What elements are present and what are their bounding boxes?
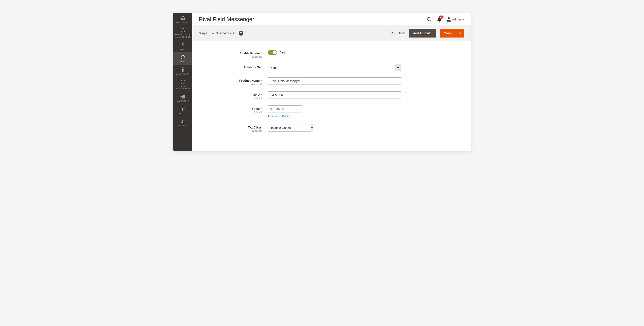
- field-tax-class: Tax Class [website]: [199, 124, 464, 132]
- sidebar-item-customers[interactable]: CUSTOMERS: [174, 65, 192, 77]
- sidebar-item-label: SALES: [180, 48, 186, 51]
- chevron-down-icon: [311, 124, 313, 131]
- add-attribute-button[interactable]: Add Attribute: [409, 29, 436, 38]
- product-name-input-wrap: [268, 77, 401, 85]
- chevron-down-icon: [462, 19, 464, 20]
- sidebar-item-demo[interactable]: DEMO MANAGEMENT: [174, 77, 192, 92]
- admin-user-menu[interactable]: Admin: [447, 17, 464, 22]
- notifications-icon[interactable]: 24: [437, 17, 441, 22]
- toggle-thumb: [273, 51, 277, 54]
- help-icon[interactable]: ?: [239, 31, 244, 36]
- arrow-left-icon: [391, 32, 396, 35]
- field-product-name: Product Name* [store view]: [199, 77, 464, 85]
- svg-text:$: $: [182, 43, 184, 47]
- save-button[interactable]: Save: [440, 29, 456, 38]
- enable-product-label: Enable Product: [240, 52, 262, 55]
- sidebar-item-label: CATALOG: [178, 61, 188, 63]
- field-attribute-set: Attribute Set: [199, 64, 464, 71]
- sku-label: SKU*: [253, 93, 262, 96]
- required-mark: *: [260, 93, 262, 96]
- sidebar-item-content[interactable]: CONTENT: [174, 104, 192, 116]
- toolbar-right: Back Add Attribute Save: [391, 29, 464, 38]
- megaphone-icon: [180, 94, 185, 99]
- sidebar-item-sales[interactable]: $ SALES: [174, 40, 192, 52]
- product-name-label: Product Name*: [239, 79, 262, 82]
- price-sublabel: [global]: [199, 111, 262, 113]
- svg-point-1: [427, 18, 430, 21]
- attribute-set-input[interactable]: [268, 64, 394, 71]
- bar-chart-icon: [181, 118, 185, 124]
- attribute-set-label: Attribute Set: [244, 66, 262, 69]
- notification-badge: 24: [439, 16, 444, 19]
- user-icon: [447, 17, 451, 22]
- box-icon: [180, 54, 185, 60]
- person-icon: [181, 67, 184, 73]
- sidebar-item-dashboard[interactable]: DASHBOARD: [174, 13, 192, 25]
- dollar-icon: $: [181, 42, 184, 48]
- required-mark: *: [260, 79, 262, 82]
- sidebar-item-label: DASHBOARD: [176, 21, 190, 24]
- chevron-down-icon: [232, 33, 235, 34]
- page-header: Rival Field Messenger 24 Admin: [192, 13, 470, 25]
- toolbar: Scope: All Store Views ? Back Add Attrib…: [192, 25, 470, 41]
- enable-product-sublabel: [website]: [199, 55, 262, 58]
- scope-value: All Store Views: [212, 32, 231, 35]
- sku-sublabel: [global]: [199, 97, 262, 99]
- tax-class-input[interactable]: [268, 124, 311, 131]
- sidebar-item-label: CONTENT: [178, 112, 188, 115]
- sidebar-item-label: MARKETPLACE MANAGEMENT: [174, 34, 192, 38]
- main-content: Rival Field Messenger 24 Admin Scope:: [192, 13, 470, 151]
- required-mark: *: [260, 107, 262, 110]
- field-sku: SKU* [global]: [199, 91, 464, 99]
- save-dropdown[interactable]: [456, 29, 464, 38]
- product-name-sublabel: [store view]: [199, 83, 262, 85]
- price-input[interactable]: [274, 106, 317, 113]
- scope-label: Scope:: [199, 32, 208, 35]
- tax-class-select[interactable]: [268, 124, 311, 132]
- chevron-down-icon: [394, 64, 401, 71]
- chevron-down-icon: [459, 33, 461, 34]
- scope-select[interactable]: All Store Views: [212, 32, 234, 35]
- tax-class-sublabel: [website]: [199, 130, 262, 132]
- field-price: Price* [global] $ Advanced Pricing: [199, 105, 464, 118]
- enable-product-toggle[interactable]: Yes: [268, 50, 285, 55]
- sidebar-item-label: REPORTS: [178, 125, 188, 127]
- advanced-pricing-link[interactable]: Advanced Pricing: [268, 115, 291, 118]
- svg-line-2: [430, 20, 432, 22]
- sidebar-item-marketing[interactable]: MARKETING: [174, 92, 192, 104]
- hexagon-icon: [181, 27, 185, 33]
- sidebar-item-marketplace[interactable]: MARKETPLACE MANAGEMENT: [174, 25, 192, 40]
- back-label: Back: [398, 31, 405, 35]
- tax-class-label: Tax Class: [248, 126, 262, 129]
- header-actions: 24 Admin: [427, 17, 464, 22]
- price-label: Price*: [252, 107, 262, 110]
- price-input-wrap: $: [268, 105, 302, 113]
- layout-icon: [181, 106, 185, 112]
- attribute-set-select[interactable]: [268, 64, 401, 71]
- dashboard-icon: [180, 15, 185, 21]
- form-area: Enable Product [website] Yes Attribute S…: [192, 41, 470, 138]
- save-button-group: Save: [440, 29, 464, 38]
- currency-symbol: $: [268, 106, 274, 113]
- sidebar-item-catalog[interactable]: CATALOG: [174, 52, 192, 65]
- sidebar-item-label: CUSTOMERS: [176, 73, 190, 75]
- search-icon[interactable]: [427, 17, 432, 22]
- toggle-track: [268, 50, 277, 55]
- back-button[interactable]: Back: [391, 31, 405, 35]
- sidebar-item-label: DEMO MANAGEMENT: [174, 85, 192, 90]
- sidebar-item-label: MARKETING: [176, 100, 189, 102]
- app-window: DASHBOARD MARKETPLACE MANAGEMENT $ SALES…: [174, 13, 470, 151]
- field-enable-product: Enable Product [website] Yes: [199, 50, 464, 58]
- sku-input[interactable]: [268, 92, 401, 99]
- toolbar-left: Scope: All Store Views ?: [199, 31, 244, 36]
- hexagon-icon: [181, 79, 185, 85]
- admin-label: Admin: [452, 18, 461, 21]
- toggle-value-label: Yes: [280, 51, 285, 54]
- sidebar: DASHBOARD MARKETPLACE MANAGEMENT $ SALES…: [174, 13, 192, 151]
- sku-input-wrap: [268, 91, 401, 99]
- product-name-input[interactable]: [268, 78, 401, 85]
- sidebar-item-reports[interactable]: REPORTS: [174, 116, 192, 129]
- page-title: Rival Field Messenger: [199, 16, 254, 23]
